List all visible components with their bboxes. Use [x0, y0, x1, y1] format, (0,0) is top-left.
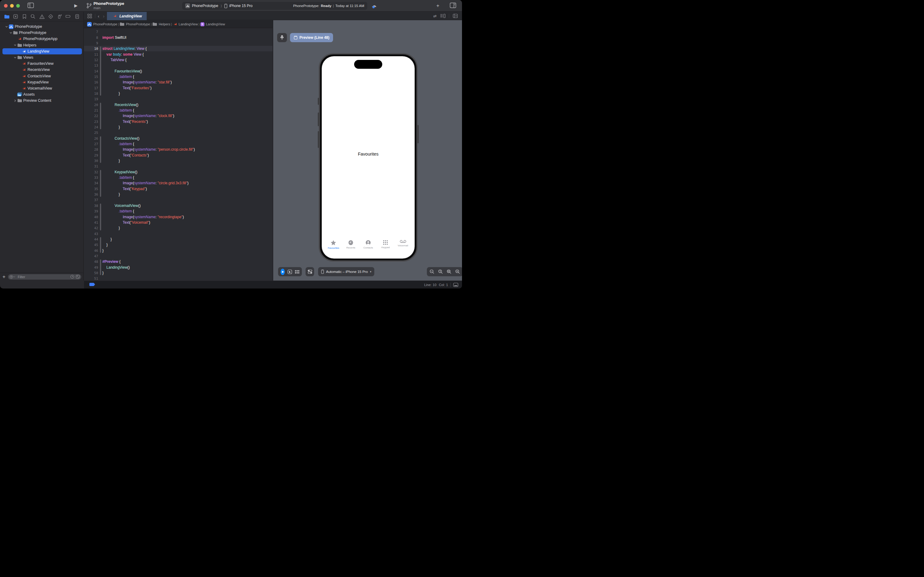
warning-icon[interactable] — [39, 14, 45, 19]
source-editor[interactable]: 78import SwiftUI910struct LandingView: V… — [84, 28, 272, 280]
capsule-icon[interactable] — [65, 14, 71, 19]
sidebar-item-favouritesview[interactable]: FavouritesView — [0, 61, 84, 67]
phone-tab-keypad[interactable]: Keypad — [377, 240, 394, 249]
sidebar-item-keypadview[interactable]: KeypadView — [0, 79, 84, 85]
sidebar-item-phoneprototypeapp[interactable]: PhonePrototypeApp — [0, 36, 84, 42]
breakpoints-toggle-icon[interactable] — [89, 283, 95, 287]
breadcrumb-landingview[interactable]: LandingView — [173, 22, 198, 26]
go-back-icon[interactable]: ‹ — [98, 13, 99, 19]
chevron-down-icon[interactable] — [8, 31, 13, 34]
sidebar-item-landingview[interactable]: LandingView — [0, 48, 84, 55]
status-time: Today at 11:15 AM — [335, 4, 364, 8]
recent-files-icon[interactable] — [70, 275, 74, 279]
code-text: Image(systemName: "recordingtape") — [102, 215, 184, 219]
chevron-separator: ⟩ — [220, 4, 222, 8]
variants-mode-icon[interactable] — [295, 270, 299, 274]
x-square-icon[interactable] — [13, 14, 18, 19]
filter-placeholder: Filter — [18, 275, 69, 279]
close-window-button[interactable] — [4, 4, 8, 8]
phone-tab-voicemail[interactable]: Voicemail — [394, 240, 412, 249]
breadcrumb-landingview[interactable]: SLandingView — [200, 22, 225, 26]
sidebar-item-views[interactable]: Views — [0, 55, 84, 61]
person-icon — [365, 240, 371, 245]
activity-view[interactable]: PhonePrototype: Ready | Today at 11:15 A… — [293, 4, 364, 8]
report-icon[interactable] — [74, 14, 80, 19]
check-diamond-icon[interactable] — [48, 14, 53, 19]
sidebar-item-helpers[interactable]: Helpers — [0, 42, 84, 48]
live-preview-button[interactable]: ▶ — [280, 269, 285, 275]
breadcrumb-phoneprototype[interactable]: PhonePrototype — [87, 22, 118, 27]
add-editor-icon[interactable] — [452, 13, 458, 19]
device-settings-button[interactable] — [306, 267, 314, 276]
code-line: 36 } — [84, 192, 272, 197]
zoom-fit-icon[interactable] — [447, 269, 452, 274]
code-line: 47 — [84, 253, 272, 259]
phone-tab-contacts[interactable]: Contacts — [360, 240, 377, 249]
preview-jump-button[interactable]: Preview (Line 48) — [290, 33, 333, 42]
source-control-filter-icon[interactable] — [76, 275, 80, 279]
breadcrumb-helpers[interactable]: Helpers — [153, 22, 170, 26]
col-value: 1 — [446, 283, 448, 287]
chevron-down-icon[interactable] — [4, 25, 8, 28]
bottom-bar-toggle-icon[interactable] — [453, 283, 458, 287]
line-value: 10 — [433, 283, 436, 287]
go-forward-icon[interactable]: › — [103, 13, 105, 19]
code-text: KeypadView() — [102, 170, 137, 174]
chevron-down-icon[interactable] — [13, 44, 17, 47]
code-text: Image(systemName: "star.fill") — [102, 80, 172, 84]
folder-icon[interactable] — [4, 14, 10, 19]
sidebar-item-voicemailview[interactable]: VoicemailView — [0, 85, 84, 91]
sidebar-item-contactsview[interactable]: ContactsView — [0, 73, 84, 79]
code-text: Text("Keypad") — [102, 187, 147, 191]
line-number: 37 — [84, 198, 98, 202]
code-text: Image(systemName: "person.crop.circle.fi… — [102, 147, 195, 152]
zoom-in-icon[interactable] — [455, 269, 460, 274]
swift-icon — [21, 49, 26, 53]
zoom-window-button[interactable] — [16, 4, 20, 8]
code-line: 30 } — [84, 158, 272, 163]
breadcrumb-phoneprototype[interactable]: PhonePrototype — [120, 22, 150, 26]
sidebar-item-preview-content[interactable]: Preview Content — [0, 97, 84, 103]
related-items-icon[interactable] — [87, 13, 93, 19]
code-text: } — [102, 159, 120, 163]
minimize-window-button[interactable] — [10, 4, 14, 8]
code-line: 33 .tabItem { — [84, 175, 272, 180]
sidebar-item-assets[interactable]: Assets — [0, 91, 84, 97]
scheme-selector[interactable]: PhonePrototype ⟩ iPhone 15 Pro — [185, 3, 253, 8]
sidebar-item-label: PhonePrototypeApp — [23, 37, 58, 41]
sidebar-item-phoneprototype[interactable]: PhonePrototype — [0, 24, 84, 30]
code-line: 23 Text("Recents") — [84, 119, 272, 124]
breadcrumb-label: LandingView — [206, 22, 225, 26]
tab-landingview[interactable]: LandingView — [107, 12, 146, 20]
phone-tab-favourites[interactable]: Favourites — [325, 240, 342, 249]
preview-button-label: Preview (Line 48) — [299, 35, 329, 40]
search-icon[interactable] — [30, 14, 36, 19]
toggle-navigator-icon[interactable] — [27, 2, 34, 8]
sidebar-item-label: Preview Content — [23, 98, 52, 103]
sidebar-item-label: PhonePrototype — [19, 31, 47, 35]
pin-preview-button[interactable] — [277, 33, 287, 42]
chevron-down-icon[interactable] — [13, 56, 17, 59]
sidebar-item-recentsview[interactable]: RecentsView — [0, 67, 84, 73]
chevron-right-icon[interactable] — [13, 99, 17, 102]
editor-status-bar: Line: 10 Col: 1 — [84, 281, 462, 288]
iphone-screen: Favourites FavouritesRecentsContactsKeyp… — [322, 56, 415, 259]
preview-device-picker[interactable]: Automatic – iPhone 15 Pro ▾ — [318, 267, 374, 276]
minimap-options-icon[interactable] — [440, 13, 446, 19]
filter-field[interactable]: Filter — [8, 274, 81, 280]
zoom-out-icon[interactable] — [430, 269, 435, 274]
add-tab-button[interactable]: + — [436, 3, 439, 9]
phone-tab-recents[interactable]: Recents — [342, 240, 359, 249]
sidebar-item-phoneprototype[interactable]: PhonePrototype — [0, 30, 84, 36]
swap-editor-icon[interactable]: ⇄ — [433, 14, 437, 18]
toggle-inspector-icon[interactable] — [450, 2, 456, 8]
star-icon — [330, 240, 336, 246]
bookmark-icon[interactable] — [22, 14, 27, 19]
spray-icon[interactable] — [57, 14, 62, 19]
add-file-button[interactable]: + — [2, 274, 5, 279]
zoom-actual-icon[interactable] — [438, 269, 443, 274]
code-line: 44 } — [84, 237, 272, 242]
sbadge-icon: S — [200, 22, 204, 26]
selectable-mode-icon[interactable] — [288, 269, 292, 274]
run-button[interactable]: ▶ — [74, 3, 77, 8]
